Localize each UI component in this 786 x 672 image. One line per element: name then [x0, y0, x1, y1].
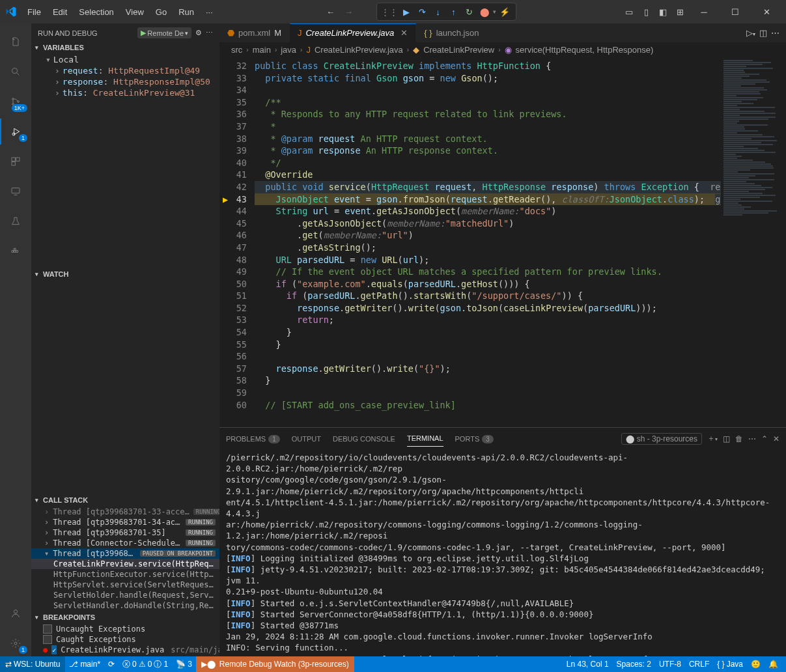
- nav-back-button[interactable]: ←: [323, 5, 337, 19]
- breakpoint-row[interactable]: Caught Exceptions: [31, 634, 219, 645]
- terminal-selector[interactable]: ⬤sh - 3p-resources: [621, 433, 702, 445]
- breadcrumb-item[interactable]: java: [281, 45, 296, 55]
- settings-icon[interactable]: 1: [0, 630, 31, 656]
- kill-terminal-icon[interactable]: 🗑: [735, 434, 743, 443]
- close-tab-icon[interactable]: ✕: [400, 28, 408, 38]
- menu-file[interactable]: File: [22, 5, 46, 20]
- step-over-button[interactable]: ↷: [415, 5, 429, 19]
- problems-indicator[interactable]: ⓧ0⚠0ⓘ1: [119, 656, 172, 672]
- stack-frame[interactable]: HttpServlet.service(ServletRequest,S…: [31, 580, 219, 590]
- panel-tab-debug console[interactable]: DEBUG CONSOLE: [333, 431, 395, 447]
- breadcrumb-item[interactable]: src: [231, 45, 242, 55]
- menu-···[interactable]: ···: [201, 5, 218, 20]
- panel-tab-ports[interactable]: PORTS3: [455, 431, 494, 447]
- breadcrumbs[interactable]: src ›main ›java ›JCreateLinkPreview.java…: [219, 42, 786, 57]
- more-icon[interactable]: ⋯: [748, 434, 756, 443]
- breadcrumb-item[interactable]: CreateLinkPreview: [423, 45, 494, 55]
- stack-frame[interactable]: ServletHolder.handle(Request,Servlet…: [31, 590, 219, 600]
- variable-row[interactable]: ›this: CreateLinkPreview@31: [31, 87, 219, 98]
- remote-explorer-icon[interactable]: [0, 178, 31, 204]
- variable-row[interactable]: ›request: HttpRequestImpl@49: [31, 65, 219, 76]
- scope-local[interactable]: ▾Local: [31, 54, 219, 65]
- nav-forward-button[interactable]: →: [341, 5, 356, 19]
- line-gutter[interactable]: 3233343536373839404142▶43444546474849505…: [223, 57, 255, 427]
- more-icon[interactable]: ⋯: [206, 29, 213, 37]
- breakpoints-section-header[interactable]: ▾BREAKPOINTS: [31, 612, 219, 623]
- new-terminal-icon[interactable]: ＋▾: [707, 433, 718, 444]
- debug-config-selector[interactable]: ▶ Remote De ▾: [137, 27, 191, 38]
- watch-section-header[interactable]: ▾WATCH: [31, 269, 219, 279]
- cursor-position[interactable]: Ln 43, Col 1: [563, 656, 613, 672]
- ports-indicator[interactable]: 📡3: [172, 656, 196, 672]
- restart-button[interactable]: ↻: [462, 5, 476, 19]
- menu-edit[interactable]: Edit: [48, 5, 72, 20]
- continue-button[interactable]: ▶: [399, 5, 414, 19]
- breakpoint-row[interactable]: ●✓CreateLinkPreview.javasrc/main/java43: [31, 645, 219, 655]
- tab-CreateLinkPreview.java[interactable]: JCreateLinkPreview.java✕: [290, 23, 416, 42]
- callstack-section-header[interactable]: ▾CALL STACK: [31, 495, 219, 505]
- encoding[interactable]: UTF-8: [655, 656, 685, 672]
- customize-layout-icon[interactable]: ⊞: [673, 5, 687, 19]
- panel-toggle-icon[interactable]: ▯: [639, 5, 653, 19]
- stop-button[interactable]: ⬤: [477, 5, 492, 19]
- testing-icon[interactable]: [0, 208, 31, 234]
- maximize-button[interactable]: ☐: [721, 3, 750, 21]
- maximize-panel-icon[interactable]: ⌃: [761, 434, 768, 443]
- menu-go[interactable]: Go: [150, 5, 172, 20]
- stack-frame[interactable]: ServletHandler.doHandle(String,Reque…: [31, 600, 219, 611]
- breadcrumb-item[interactable]: CreateLinkPreview.java: [315, 45, 403, 55]
- branch-indicator[interactable]: ⎇main*: [65, 656, 104, 672]
- checkbox[interactable]: [43, 624, 52, 634]
- panel-tab-problems[interactable]: PROBLEMS1: [226, 431, 280, 447]
- indentation[interactable]: Spaces: 2: [613, 656, 655, 672]
- layout-toggle-icon[interactable]: ▭: [622, 5, 636, 19]
- panel-tab-output[interactable]: OUTPUT: [292, 431, 321, 447]
- explorer-icon[interactable]: [0, 29, 31, 55]
- minimize-button[interactable]: ─: [690, 3, 718, 21]
- stack-frame[interactable]: HttpFunctionExecutor.service(HttpSer…: [31, 569, 219, 580]
- breadcrumb-item[interactable]: main: [253, 45, 271, 55]
- language-mode[interactable]: { }Java: [713, 656, 747, 672]
- split-editor-icon[interactable]: ◫: [759, 28, 767, 38]
- sidebar-toggle-icon[interactable]: ◧: [656, 5, 670, 19]
- feedback-icon[interactable]: 🙂: [747, 656, 765, 672]
- sync-indicator[interactable]: ⟳: [104, 656, 119, 672]
- drag-handle-icon[interactable]: ⋮⋮: [381, 7, 398, 17]
- remote-indicator[interactable]: ⇄WSL: Ubuntu: [0, 656, 65, 672]
- thread-row[interactable]: ›Thread [qtp399683701-34-acce…RUNNING: [31, 517, 219, 527]
- split-terminal-icon[interactable]: ◫: [723, 434, 730, 443]
- eol[interactable]: CRLF: [685, 656, 713, 672]
- tab-launch.json[interactable]: { }launch.json: [416, 24, 487, 42]
- breadcrumb-item[interactable]: service(HttpRequest, HttpResponse): [516, 45, 654, 55]
- thread-row[interactable]: ›Thread [Connector-Scheduler-…RUNNING: [31, 538, 219, 548]
- code-content[interactable]: public class CreateLinkPreview implement…: [255, 57, 721, 427]
- start-debug-icon[interactable]: ▶: [141, 29, 146, 37]
- debug-status[interactable]: ▶⬤Remote Debug Watch (3p-resources): [196, 656, 354, 672]
- run-debug-icon[interactable]: 1: [0, 119, 31, 145]
- extensions-icon[interactable]: [0, 148, 31, 175]
- thread-row[interactable]: ›Thread [qtp399683701-35]RUNNING: [31, 527, 219, 538]
- notifications-icon[interactable]: 🔔: [765, 656, 782, 672]
- menu-selection[interactable]: Selection: [74, 5, 119, 20]
- variable-row[interactable]: ›response: HttpResponseImpl@50: [31, 76, 219, 87]
- terminal-output[interactable]: /pierrick/.m2/repository/io/cloudevents/…: [219, 449, 786, 656]
- checkbox[interactable]: ✓: [51, 645, 57, 654]
- tab-pom.xml[interactable]: ⬣pom.xmlM: [219, 24, 290, 42]
- gear-icon[interactable]: ⚙: [195, 29, 202, 37]
- breakpoint-row[interactable]: Uncaught Exceptions: [31, 624, 219, 634]
- close-button[interactable]: ✕: [752, 3, 781, 21]
- source-control-icon[interactable]: 1K+: [0, 89, 31, 115]
- step-into-button[interactable]: ↓: [430, 5, 445, 19]
- menu-view[interactable]: View: [120, 5, 149, 20]
- search-icon[interactable]: [0, 59, 31, 85]
- minimap[interactable]: [721, 57, 786, 427]
- checkbox[interactable]: [43, 635, 52, 644]
- thread-row[interactable]: ▾Thread [qtp39968…PAUSED ON BREAKPOINT: [31, 548, 219, 559]
- accounts-icon[interactable]: [0, 600, 31, 626]
- stack-frame[interactable]: CreateLinkPreview.service(HttpReques…: [31, 559, 219, 569]
- close-panel-icon[interactable]: ✕: [773, 434, 779, 443]
- hot-reload-button[interactable]: ⚡: [498, 5, 512, 19]
- docker-icon[interactable]: [0, 238, 31, 264]
- more-actions-icon[interactable]: ⋯: [771, 28, 779, 38]
- menu-run[interactable]: Run: [173, 5, 199, 20]
